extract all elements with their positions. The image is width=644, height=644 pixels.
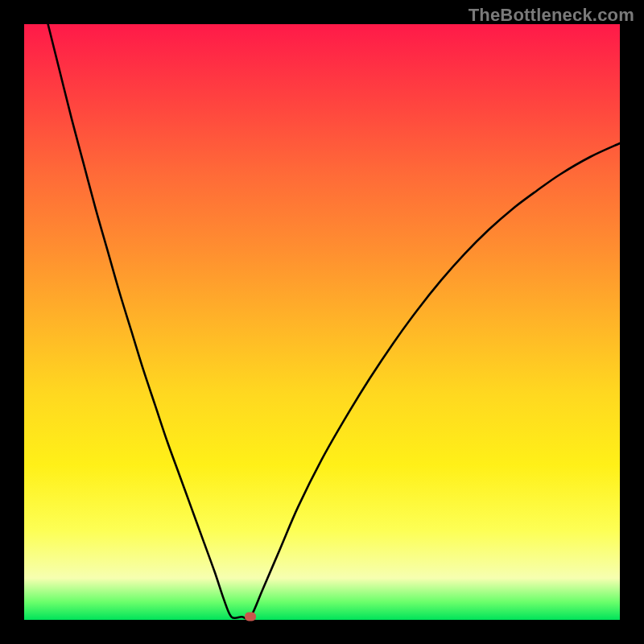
chart-frame: TheBottleneck.com (0, 0, 644, 644)
optimum-marker (245, 613, 256, 621)
bottleneck-curve (24, 24, 620, 620)
plot-area (24, 24, 620, 620)
watermark-text: TheBottleneck.com (469, 5, 634, 26)
